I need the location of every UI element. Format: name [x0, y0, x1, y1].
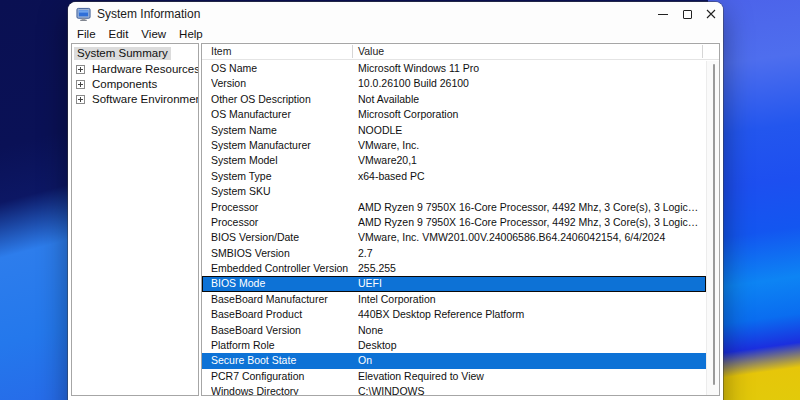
table-row-secure-boot-state[interactable]: Secure Boot State On [202, 353, 706, 368]
window-title: System Information [97, 7, 200, 21]
menu-file[interactable]: File [72, 28, 101, 40]
menu-help[interactable]: Help [174, 28, 208, 40]
expand-plus-icon[interactable] [76, 65, 85, 74]
table-row-bios-mode[interactable]: BIOS Mode UEFI [202, 276, 706, 291]
row-item-cell: Processor [211, 215, 350, 230]
row-value-cell: C:\WINDOWS [358, 384, 702, 395]
table-row-embedded-controller-version[interactable]: Embedded Controller Version 255.255 [202, 261, 706, 276]
row-item-cell: OS Manufacturer [211, 107, 350, 122]
tree-item-system-summary[interactable]: System Summary [72, 46, 198, 61]
window-content: System Summary Hardware Resources Compon… [68, 42, 723, 400]
titlebar[interactable]: System Information [68, 2, 723, 26]
row-value-cell: x64-based PC [358, 169, 702, 184]
row-value-cell: 10.0.26100 Build 26100 [358, 76, 702, 91]
vertical-scrollbar[interactable] [706, 61, 719, 395]
column-separator[interactable] [702, 45, 703, 58]
table-row-baseboard-version[interactable]: BaseBoard Version None [202, 323, 706, 338]
window-controls [651, 2, 723, 26]
row-value-cell: 440BX Desktop Reference Platform [358, 307, 702, 322]
table-row-bios-version-date[interactable]: BIOS Version/Date VMware, Inc. VMW201.00… [202, 230, 706, 245]
row-value-cell: 255.255 [358, 261, 702, 276]
row-item-cell: BIOS Version/Date [211, 230, 350, 245]
row-value-cell: UEFI [358, 276, 702, 291]
maximize-button[interactable] [675, 2, 699, 26]
row-item-cell: Embedded Controller Version [211, 261, 350, 276]
table-row-system-name[interactable]: System Name NOODLE [202, 123, 706, 138]
tree-item-components[interactable]: Components [72, 77, 198, 92]
table-row-pcr7-configuration[interactable]: PCR7 Configuration Elevation Required to… [202, 369, 706, 384]
row-value-cell: Microsoft Windows 11 Pro [358, 61, 702, 76]
table-row-other-os-description[interactable]: Other OS Description Not Available [202, 92, 706, 107]
list-header: Item Value [202, 44, 719, 60]
table-row-smbios-version[interactable]: SMBIOS Version 2.7 [202, 246, 706, 261]
column-header-item[interactable]: Item [211, 45, 231, 57]
row-value-cell: VMware, Inc. VMW201.00V.24006586.B64.240… [358, 230, 702, 245]
row-value-cell: Not Available [358, 92, 702, 107]
row-item-cell: System Manufacturer [211, 138, 350, 153]
minimize-icon [658, 14, 668, 15]
row-item-cell: BaseBoard Product [211, 307, 350, 322]
minimize-button[interactable] [651, 2, 675, 26]
table-row-baseboard-product[interactable]: BaseBoard Product 440BX Desktop Referenc… [202, 307, 706, 322]
expand-plus-icon[interactable] [76, 95, 85, 104]
table-row-baseboard-manufacturer[interactable]: BaseBoard Manufacturer Intel Corporation [202, 292, 706, 307]
row-item-cell: SMBIOS Version [211, 246, 350, 261]
row-item-cell: Processor [211, 200, 350, 215]
tree-item-label: System Summary [74, 47, 171, 60]
tree-item-label: Components [89, 78, 160, 91]
table-row-os-name[interactable]: OS Name Microsoft Windows 11 Pro [202, 61, 706, 76]
maximize-icon [683, 10, 692, 19]
row-value-cell: AMD Ryzen 9 7950X 16-Core Processor, 449… [358, 215, 702, 230]
table-row-system-sku[interactable]: System SKU [202, 184, 706, 199]
row-item-cell: System SKU [211, 184, 350, 199]
tree-item-label: Hardware Resources [89, 63, 199, 76]
tree-item-hardware-resources[interactable]: Hardware Resources [72, 61, 198, 76]
scrollbar-thumb[interactable] [713, 64, 715, 385]
row-item-cell: Version [211, 76, 350, 91]
table-row-processor[interactable]: Processor AMD Ryzen 9 7950X 16-Core Proc… [202, 215, 706, 230]
row-item-cell: BaseBoard Version [211, 323, 350, 338]
close-button[interactable] [699, 2, 723, 26]
menu-edit[interactable]: Edit [104, 28, 134, 40]
close-icon [706, 9, 716, 19]
row-value-cell: None [358, 323, 702, 338]
row-item-cell: Other OS Description [211, 92, 350, 107]
table-row-windows-directory[interactable]: Windows Directory C:\WINDOWS [202, 384, 706, 395]
row-value-cell: AMD Ryzen 9 7950X 16-Core Processor, 449… [358, 200, 702, 215]
row-item-cell: Windows Directory [211, 384, 350, 395]
table-row-version[interactable]: Version 10.0.26100 Build 26100 [202, 76, 706, 91]
row-value-cell: On [358, 353, 702, 368]
row-value-cell: Desktop [358, 338, 702, 353]
row-value-cell: 2.7 [358, 246, 702, 261]
column-header-value[interactable]: Value [358, 45, 384, 57]
menu-bar: File Edit View Help [68, 26, 723, 42]
row-item-cell: BIOS Mode [211, 276, 350, 291]
row-item-cell: Secure Boot State [211, 353, 350, 368]
row-value-cell: NOODLE [358, 123, 702, 138]
table-row-system-type[interactable]: System Type x64-based PC [202, 169, 706, 184]
column-separator[interactable] [352, 45, 353, 58]
row-item-cell: Platform Role [211, 338, 350, 353]
row-value-cell: Elevation Required to View [358, 369, 702, 384]
tree-item-label: Software Environment [89, 93, 199, 106]
row-value-cell: Microsoft Corporation [358, 107, 702, 122]
table-row-platform-role[interactable]: Platform Role Desktop [202, 338, 706, 353]
details-list-pane: Item Value OS Name Microsoft Windows 11 … [201, 43, 720, 396]
row-item-cell: PCR7 Configuration [211, 369, 350, 384]
table-row-system-model[interactable]: System Model VMware20,1 [202, 153, 706, 168]
row-item-cell: System Type [211, 169, 350, 184]
tree-item-software-environment[interactable]: Software Environment [72, 92, 198, 107]
details-rows: OS Name Microsoft Windows 11 Pro Version… [202, 61, 706, 395]
row-item-cell: OS Name [211, 61, 350, 76]
expand-plus-icon[interactable] [76, 80, 85, 89]
menu-view[interactable]: View [136, 28, 171, 40]
table-row-system-manufacturer[interactable]: System Manufacturer VMware, Inc. [202, 138, 706, 153]
row-item-cell: BaseBoard Manufacturer [211, 292, 350, 307]
row-value-cell: VMware, Inc. [358, 138, 702, 153]
table-row-processor[interactable]: Processor AMD Ryzen 9 7950X 16-Core Proc… [202, 200, 706, 215]
row-value-cell: Intel Corporation [358, 292, 702, 307]
row-item-cell: System Model [211, 153, 350, 168]
table-row-os-manufacturer[interactable]: OS Manufacturer Microsoft Corporation [202, 107, 706, 122]
row-item-cell: System Name [211, 123, 350, 138]
row-value-cell: VMware20,1 [358, 153, 702, 168]
